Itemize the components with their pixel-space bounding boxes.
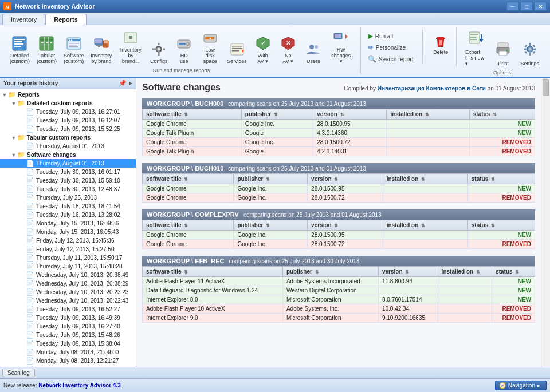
tree-item-18[interactable]: 📄Friday, July 12, 2013, 15:27:50 <box>0 245 136 254</box>
services-button[interactable]: Services <box>224 39 250 66</box>
tree-item-15[interactable]: 📄Monday, July 15, 2013, 16:09:36 <box>0 219 136 228</box>
tabular-custom-button[interactable]: Tabular(custom) <box>34 33 60 66</box>
scrollbar[interactable] <box>541 78 550 367</box>
tree-item-label: Tuesday, July 18, 2013, 18:41:54 <box>36 203 120 209</box>
col-header-version[interactable]: version ⇅ <box>308 174 383 184</box>
tree-item-1[interactable]: ▼📁Detailed custom reports <box>0 99 136 108</box>
tree-item-9[interactable]: 📄Tuesday, July 30, 2013, 16:01:17 <box>0 168 136 176</box>
tree-item-6[interactable]: 📄Thursday, August 01, 2013 <box>0 142 136 151</box>
hd-use-button[interactable]: HDuse <box>172 33 196 66</box>
doc-icon: 📄 <box>26 168 34 176</box>
personalize-button[interactable]: ✏ Personalize <box>364 42 417 53</box>
configs-button[interactable]: Configs <box>147 39 171 66</box>
tree-item-27[interactable]: 📄Tuesday, July 09, 2013, 16:27:40 <box>0 322 136 331</box>
tree-item-11[interactable]: 📄Tuesday, July 30, 2013, 12:48:37 <box>0 185 136 193</box>
col-header-version[interactable]: version ⇅ <box>308 220 383 231</box>
low-disk-button[interactable]: ▼ Low diskspace <box>197 27 223 66</box>
tree-item-20[interactable]: 📄Thursday, July 11, 2013, 15:48:28 <box>0 262 136 271</box>
col-header-software-title[interactable]: software title ⇅ <box>143 174 234 184</box>
tree-item-8[interactable]: 📄Thursday, August 01, 2013 <box>0 159 136 168</box>
tree-item-0[interactable]: ▼📁Reports <box>0 90 136 99</box>
workgroup-header-3: WORKGROUP \ EFB_RECcomparing scans on 25… <box>142 256 535 266</box>
col-header-status[interactable]: status ⇅ <box>492 267 535 277</box>
tree-item-3[interactable]: 📄Tuesday, July 09, 2013, 16:12:07 <box>0 116 136 125</box>
cell-status: NEW <box>469 120 535 129</box>
no-av-button[interactable]: ✕ NoAV ▾ <box>276 33 300 66</box>
export-icon <box>467 30 484 49</box>
expand-icon[interactable]: ▼ <box>10 101 17 106</box>
col-header-publisher[interactable]: publisher ⇅ <box>234 220 308 231</box>
col-header-installed-on[interactable]: installed on ⇅ <box>383 174 467 184</box>
minimize-button[interactable]: ─ <box>506 2 519 11</box>
low-disk-icon: ▼ <box>202 30 218 46</box>
col-header-status[interactable]: status ⇅ <box>467 220 535 231</box>
tab-inventory[interactable]: Inventory <box>2 14 45 25</box>
tree-item-7[interactable]: ▼📁Software changes <box>0 151 136 159</box>
col-header-status[interactable]: status ⇅ <box>469 109 535 120</box>
tree-item-25[interactable]: 📄Tuesday, July 09, 2013, 16:52:27 <box>0 305 136 314</box>
tree-container[interactable]: ▼📁Reports▼📁Detailed custom reports📄Tuesd… <box>0 89 136 367</box>
maximize-button[interactable]: □ <box>520 2 533 11</box>
tree-item-4[interactable]: 📄Tuesday, July 09, 2013, 15:52:25 <box>0 125 136 133</box>
with-av-button[interactable]: ✓ WithAV ▾ <box>251 33 275 66</box>
tree-item-5[interactable]: ▼📁Tabular custom reports <box>0 133 136 142</box>
close-button[interactable]: ✕ <box>534 2 547 11</box>
delete-button[interactable]: Delete <box>429 31 453 57</box>
settings-button[interactable]: Settings <box>516 39 543 69</box>
scrollbar-thumb[interactable] <box>543 79 549 96</box>
col-header-installed-on[interactable]: installed on ⇅ <box>387 109 469 120</box>
inventory-by-brand-label: Inventoryby brand <box>91 53 112 64</box>
tree-item-13[interactable]: 📄Tuesday, July 18, 2013, 18:41:54 <box>0 202 136 211</box>
users-button[interactable]: Users <box>301 39 325 66</box>
tree-item-2[interactable]: 📄Tuesday, July 09, 2013, 16:27:01 <box>0 108 136 116</box>
tree-item-16[interactable]: 📄Monday, July 15, 2013, 16:05:43 <box>0 228 136 236</box>
svg-rect-44 <box>232 46 242 47</box>
search-report-button[interactable]: 🔍 Search report <box>364 54 417 64</box>
tree-item-24[interactable]: 📄Wednesday, July 10, 2013, 20:22:43 <box>0 296 136 305</box>
tree-item-26[interactable]: 📄Tuesday, July 09, 2013, 16:49:39 <box>0 314 136 322</box>
tree-item-28[interactable]: 📄Tuesday, July 09, 2013, 15:48:26 <box>0 331 136 339</box>
tree-item-23[interactable]: 📄Wednesday, July 10, 2013, 20:23:23 <box>0 288 136 296</box>
cell-software-title: Google Chrome <box>143 184 234 193</box>
col-header-software-title[interactable]: software title ⇅ <box>143 220 234 231</box>
tree-item-30[interactable]: 📄Monday, July 08, 2013, 21:09:00 <box>0 348 136 357</box>
tree-item-22[interactable]: 📄Wednesday, July 10, 2013, 20:38:29 <box>0 279 136 288</box>
tree-item-31[interactable]: 📄Monday, July 08, 2013, 12:21:27 <box>0 357 136 365</box>
right-panel[interactable]: Software changes Compiled by Инвентариза… <box>136 78 541 367</box>
software-button[interactable]: Software(custom) <box>61 33 87 66</box>
panel-arrow-icon[interactable]: ▸ <box>129 80 132 87</box>
hw-changes-button[interactable]: HWchanges ▾ <box>327 27 356 66</box>
tree-item-17[interactable]: 📄Friday, July 12, 2013, 15:45:36 <box>0 236 136 245</box>
col-header-installed-on[interactable]: installed on ⇅ <box>383 220 467 231</box>
col-header-publisher[interactable]: publisher ⇅ <box>282 267 378 277</box>
print-button[interactable]: Print <box>491 39 515 69</box>
col-header-software-title[interactable]: software title ⇅ <box>143 267 283 277</box>
col-header-publisher[interactable]: publisher ⇅ <box>234 174 308 184</box>
tree-item-21[interactable]: 📄Wednesday, July 10, 2013, 20:38:49 <box>0 271 136 279</box>
svg-point-69 <box>506 50 508 52</box>
tree-item-12[interactable]: 📄Thursday, July 25, 2013 <box>0 193 136 202</box>
col-header-status[interactable]: status ⇅ <box>467 174 535 184</box>
col-header-version[interactable]: version ⇅ <box>378 267 438 277</box>
col-header-publisher[interactable]: publisher ⇅ <box>241 109 313 120</box>
tree-item-10[interactable]: 📄Tuesday, July 30, 2013, 15:59:10 <box>0 176 136 185</box>
expand-icon[interactable]: ▼ <box>1 92 8 98</box>
inventory-by-brand-button[interactable]: Inventoryby brand <box>88 33 115 66</box>
inventory-by-brand2-button[interactable]: ≡ Inventoryby brand... <box>116 27 146 66</box>
cell-installed-on <box>387 147 469 156</box>
run-all-button[interactable]: ▶ Run all <box>364 31 417 41</box>
navigation-button[interactable]: 🧭 Navigation ▸ <box>495 381 547 390</box>
detailed-custom-button[interactable]: Detailed(custom) <box>7 33 33 66</box>
export-button[interactable]: Exportthis now ▾ <box>461 27 490 69</box>
panel-pin-icon[interactable]: 📌 <box>119 80 127 87</box>
expand-icon[interactable]: ▼ <box>10 152 17 158</box>
col-header-software-title[interactable]: software title ⇅ <box>143 109 242 120</box>
tree-item-14[interactable]: 📄Tuesday, July 16, 2013, 13:28:02 <box>0 211 136 219</box>
tab-reports[interactable]: Reports <box>45 14 87 25</box>
scan-log-button[interactable]: Scan log <box>2 369 35 377</box>
col-header-version[interactable]: version ⇅ <box>313 109 387 120</box>
col-header-installed-on[interactable]: installed on ⇅ <box>438 267 492 277</box>
tree-item-19[interactable]: 📄Thursday, July 11, 2013, 15:50:17 <box>0 254 136 262</box>
expand-icon[interactable]: ▼ <box>10 135 17 141</box>
tree-item-29[interactable]: 📄Tuesday, July 09, 2013, 15:38:04 <box>0 339 136 348</box>
